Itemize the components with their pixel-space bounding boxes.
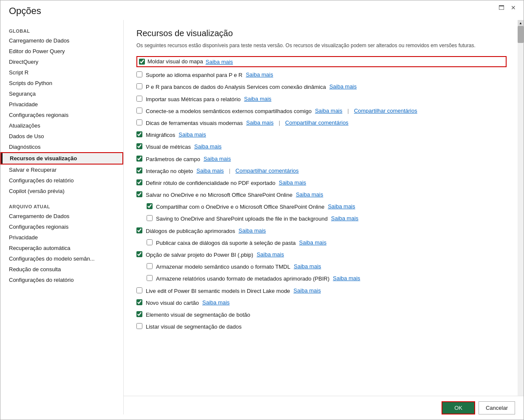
sidebar-item-seguranca[interactable]: Segurança xyxy=(0,88,123,99)
saiba-mais-opt5[interactable]: Saiba mais xyxy=(315,108,342,114)
saiba-mais-opt4[interactable]: Saiba mais xyxy=(244,96,271,102)
sidebar-item-configuracoes-regionais[interactable]: Configurações regionais xyxy=(0,110,123,120)
checkbox-opt14a[interactable] xyxy=(147,263,153,269)
saiba-mais-opt12b[interactable]: Saiba mais xyxy=(331,215,358,221)
saiba-mais-opt15[interactable]: Saiba mais xyxy=(294,287,321,294)
saiba-mais-opt9[interactable]: Saiba mais xyxy=(204,156,231,162)
sidebar-item-carregamento-dados[interactable]: Carregamento de Dados xyxy=(0,35,123,46)
saiba-mais-opt3[interactable]: Saiba mais xyxy=(329,83,357,90)
saiba-mais-opt2[interactable]: Saiba mais xyxy=(246,71,273,78)
saiba-mais-opt14a[interactable]: Saiba mais xyxy=(294,263,321,270)
checkbox-opt3[interactable] xyxy=(136,83,142,89)
sidebar-item-conf-relatorio-arquivo[interactable]: Configurações do relatório xyxy=(0,275,123,285)
label-opt7[interactable]: Minigráficos xyxy=(146,131,175,139)
cancel-button[interactable]: Cancelar xyxy=(479,401,515,414)
saiba-mais-opt7[interactable]: Saiba mais xyxy=(178,131,206,138)
label-opt9[interactable]: Parâmetros de campo xyxy=(146,156,200,163)
checkbox-opt13a[interactable] xyxy=(147,239,153,245)
label-opt4[interactable]: Importar suas Métricas para o relatório xyxy=(146,96,241,103)
sidebar-item-recuperacao-automatica[interactable]: Recuperação automática xyxy=(0,243,123,253)
checkbox-opt10[interactable] xyxy=(136,167,142,173)
sidebar-item-reducao-consulta[interactable]: Redução de consulta xyxy=(0,264,123,275)
checkbox-opt16[interactable] xyxy=(136,299,142,305)
extra-link-opt10[interactable]: Compartilhar comentários xyxy=(235,167,299,174)
checkbox-opt12a[interactable] xyxy=(147,203,153,209)
label-opt10[interactable]: Interação no objeto xyxy=(146,167,193,175)
sidebar-item-conf-regionais-arquivo[interactable]: Configurações regionais xyxy=(0,221,123,232)
extra-link-opt6[interactable]: Compartilhar comentários xyxy=(285,119,348,126)
sidebar-item-privacidade-arquivo[interactable]: Privacidade xyxy=(0,232,123,243)
saiba-mais-opt12a[interactable]: Saiba mais xyxy=(328,203,355,210)
label-opt1[interactable]: Moldar visual do mapa xyxy=(147,58,203,65)
label-opt16[interactable]: Novo visual do cartão xyxy=(146,299,199,307)
label-opt14a[interactable]: Armazenar modelo semântico usando o form… xyxy=(156,263,290,271)
label-opt12b[interactable]: Saving to OneDrive and SharePoint upload… xyxy=(156,215,328,223)
sidebar-item-recursos-visualizacao[interactable]: Recursos de visualização xyxy=(0,152,123,165)
extra-link-opt5[interactable]: Compartilhar comentários xyxy=(354,108,417,114)
label-opt11[interactable]: Definir rótulo de confidencialidade no P… xyxy=(146,179,275,187)
ok-button[interactable]: OK xyxy=(442,401,475,414)
saiba-mais-opt8[interactable]: Saiba mais xyxy=(194,143,221,150)
sidebar-item-copilot[interactable]: Copilot (versão prévia) xyxy=(0,186,123,196)
label-opt14[interactable]: Opção de salvar projeto do Power BI (.pb… xyxy=(146,251,253,259)
sidebar-item-script-r[interactable]: Script R xyxy=(0,67,123,78)
saiba-mais-opt11[interactable]: Saiba mais xyxy=(279,179,306,186)
checkbox-opt6[interactable] xyxy=(136,119,142,125)
saiba-mais-opt16[interactable]: Saiba mais xyxy=(202,299,229,306)
sidebar-item-scripts-python[interactable]: Scripts do Python xyxy=(0,78,123,88)
checkbox-opt5[interactable] xyxy=(136,108,142,114)
dialog-footer: OK Cancelar xyxy=(124,396,524,420)
saiba-mais-opt10[interactable]: Saiba mais xyxy=(196,167,224,174)
label-opt13a[interactable]: Publicar caixa de diálogos dá suporte à … xyxy=(156,239,296,247)
checkbox-opt18[interactable] xyxy=(136,323,142,329)
label-opt6[interactable]: Dicas de ferramentas visuais modernas xyxy=(146,119,243,127)
label-opt8[interactable]: Visual de métricas xyxy=(146,143,191,151)
checkbox-opt1[interactable] xyxy=(139,59,145,65)
checkbox-opt8[interactable] xyxy=(136,143,142,149)
sidebar-item-editor-power-query[interactable]: Editor do Power Query xyxy=(0,46,123,57)
scroll-thumb[interactable] xyxy=(518,26,524,43)
sidebar-item-carregamento-dados-arquivo[interactable]: Carregamento de Dados xyxy=(0,211,123,221)
label-opt5[interactable]: Conecte-se a modelos semânticos externos… xyxy=(146,108,312,115)
sidebar-item-conf-modelo-seman[interactable]: Configurações do modelo semân... xyxy=(0,253,123,264)
label-opt17[interactable]: Elemento visual de segmentação de botão xyxy=(146,311,250,319)
sidebar-item-directquery[interactable]: DirectQuery xyxy=(0,57,123,67)
checkbox-opt7[interactable] xyxy=(136,131,142,137)
sidebar-item-privacidade[interactable]: Privacidade xyxy=(0,99,123,110)
checkbox-opt14[interactable] xyxy=(136,251,142,257)
saiba-mais-opt13a[interactable]: Saiba mais xyxy=(299,239,326,246)
checkbox-opt11[interactable] xyxy=(136,179,142,185)
label-opt15[interactable]: Live edit of Power BI semantic models in… xyxy=(146,287,290,295)
label-opt3[interactable]: P e R para bancos de dados do Analysis S… xyxy=(146,83,326,91)
saiba-mais-opt6[interactable]: Saiba mais xyxy=(246,119,273,126)
label-opt12[interactable]: Salvar no OneDrive e no Microsoft Office… xyxy=(146,191,292,199)
sidebar-item-salvar-recuperar[interactable]: Salvar e Recuperar xyxy=(0,165,123,175)
checkbox-opt12b[interactable] xyxy=(147,215,153,221)
saiba-mais-opt12[interactable]: Saiba mais xyxy=(296,191,323,198)
checkbox-opt13[interactable] xyxy=(136,227,142,233)
sidebar-item-diagnosticos[interactable]: Diagnósticos xyxy=(0,142,123,152)
saiba-mais-opt13[interactable]: Saiba mais xyxy=(238,227,266,234)
label-opt12a[interactable]: Compartilhar com o OneDrive e o Microsof… xyxy=(156,203,324,211)
checkbox-opt4[interactable] xyxy=(136,96,142,102)
label-opt13[interactable]: Diálogos de publicação aprimorados xyxy=(146,227,235,235)
saiba-mais-opt14[interactable]: Saiba mais xyxy=(257,251,284,258)
checkbox-opt9[interactable] xyxy=(136,156,142,162)
sidebar: GLOBAL Carregamento de Dados Editor do P… xyxy=(0,20,124,414)
scroll-up-button[interactable]: ▲ xyxy=(518,20,524,26)
checkbox-opt17[interactable] xyxy=(136,311,142,317)
sidebar-item-atualizacoes[interactable]: Atualizações xyxy=(0,120,123,131)
checkbox-opt14b[interactable] xyxy=(147,275,153,281)
checkbox-opt2[interactable] xyxy=(136,71,142,77)
checkbox-opt15[interactable] xyxy=(136,287,142,293)
saiba-mais-opt1[interactable]: Saiba mais xyxy=(206,59,233,65)
minimize-button[interactable]: 🗖 xyxy=(496,4,507,11)
sidebar-item-dados-uso[interactable]: Dados de Uso xyxy=(0,131,123,142)
sidebar-item-configuracoes-relatorio-global[interactable]: Configurações do relatório xyxy=(0,175,123,186)
saiba-mais-opt14b[interactable]: Saiba mais xyxy=(333,275,360,281)
label-opt18[interactable]: Listar visual de segmentação de dados xyxy=(146,323,241,331)
label-opt2[interactable]: Suporte ao idioma espanhol para P e R xyxy=(146,71,242,79)
label-opt14b[interactable]: Armazene relatórios usando formato de me… xyxy=(156,275,329,283)
checkbox-opt12[interactable] xyxy=(136,191,142,197)
close-button[interactable]: ✕ xyxy=(508,4,518,11)
